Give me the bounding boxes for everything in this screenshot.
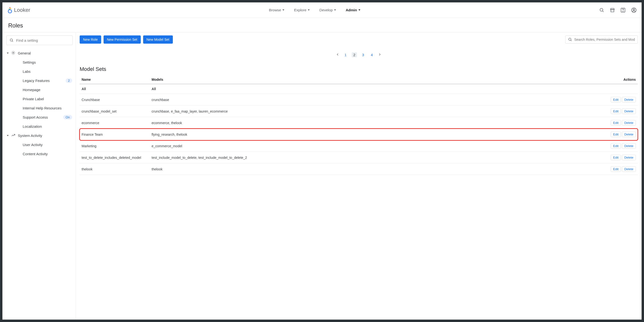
table-row: Marketinge_commerce_modelEditDelete (80, 140, 638, 152)
sidebar-search-input[interactable] (16, 38, 70, 42)
table-row: crunchbase_model_setcrunchbase, e_faa_ma… (80, 106, 638, 117)
cell-actions: EditDelete (599, 106, 638, 117)
cell-actions: EditDelete (599, 117, 638, 129)
table-row: thelookthelookEditDelete (80, 163, 638, 175)
caret-down-icon (7, 52, 9, 54)
delete-button[interactable]: Delete (622, 166, 636, 172)
sidebar-item-badge: 2 (66, 78, 72, 83)
content-scroll[interactable]: 1234 Model Sets Name Models Actions (76, 46, 642, 320)
delete-button[interactable]: Delete (622, 97, 636, 102)
sidebar-item-content-activity[interactable]: Content Activity (5, 149, 74, 158)
sidebar-item-private-label[interactable]: Private Label (5, 94, 74, 103)
sidebar-item-label: Legacy Features (23, 79, 50, 83)
sidebar-item-label: Internal Help Resources (23, 106, 62, 110)
model-sets-table: Name Models Actions AllAllCrunchbasecrun… (80, 75, 638, 175)
sidebar-item-support-access[interactable]: Support AccessOn (5, 113, 74, 122)
cell-actions: EditDelete (599, 152, 638, 163)
toolbar-search-input[interactable] (574, 38, 635, 41)
chevron-down-icon (334, 9, 336, 10)
delete-button[interactable]: Delete (622, 120, 636, 126)
sidebar-item-label: Support Access (23, 115, 48, 119)
page-number[interactable]: 2 (352, 52, 357, 57)
delete-button[interactable]: Delete (622, 143, 636, 149)
search-icon (568, 37, 572, 42)
sidebar[interactable]: GeneralSettingsLabsLegacy Features2Homep… (2, 32, 76, 320)
new-role-button[interactable]: New Role (80, 35, 101, 44)
sidebar-search[interactable] (6, 35, 73, 45)
delete-button[interactable]: Delete (622, 109, 636, 114)
sidebar-item-user-activity[interactable]: User Activity (5, 140, 74, 149)
table-row: Finance Teamflying_research, thelookEdit… (80, 129, 638, 140)
new-model-set-button[interactable]: New Model Set (143, 35, 173, 44)
svg-point-13 (569, 38, 571, 40)
sidebar-section-general[interactable]: General (5, 48, 74, 58)
toolbar: New Role New Permission Set New Model Se… (76, 32, 642, 46)
svg-point-4 (600, 8, 603, 11)
svg-point-0 (10, 7, 10, 8)
delete-button[interactable]: Delete (622, 155, 636, 160)
nav-item-develop[interactable]: Develop (319, 8, 336, 12)
sidebar-item-legacy-features[interactable]: Legacy Features2 (5, 76, 74, 85)
page-prev-icon[interactable] (336, 53, 340, 57)
page-number[interactable]: 4 (369, 52, 374, 57)
sidebar-section-system-activity[interactable]: System Activity (5, 131, 74, 140)
cell-actions: EditDelete (599, 140, 638, 152)
chevron-down-icon (358, 9, 360, 10)
edit-button[interactable]: Edit (611, 166, 621, 172)
page-next-icon[interactable] (378, 53, 382, 57)
col-header-actions: Actions (599, 75, 638, 84)
sidebar-item-label: Homepage (23, 88, 40, 92)
cell-name: crunchbase_model_set (80, 106, 150, 117)
sidebar-item-localization[interactable]: Localization (5, 122, 74, 131)
edit-button[interactable]: Edit (611, 132, 621, 137)
sidebar-item-homepage[interactable]: Homepage (5, 85, 74, 94)
cell-name: test_to_delete_includes_deleted_model (80, 152, 150, 163)
cell-models: test_include_model_to_delete, test_inclu… (150, 152, 599, 163)
sidebar-item-label: Labs (23, 69, 31, 73)
sidebar-section-label: General (18, 51, 31, 55)
nav-item-label: Explore (294, 8, 306, 12)
body: GeneralSettingsLabsLegacy Features2Homep… (2, 32, 642, 320)
nav-item-browse[interactable]: Browse (269, 8, 284, 12)
nav-item-admin[interactable]: Admin (346, 8, 360, 12)
svg-line-14 (570, 40, 572, 41)
svg-point-3 (8, 10, 12, 13)
help-icon[interactable] (620, 7, 626, 13)
sidebar-item-internal-help-resources[interactable]: Internal Help Resources (5, 103, 74, 113)
edit-button[interactable]: Edit (611, 120, 621, 126)
sidebar-item-label: User Activity (23, 143, 43, 147)
new-permission-set-button[interactable]: New Permission Set (104, 35, 141, 44)
edit-button[interactable]: Edit (611, 155, 621, 160)
svg-line-5 (602, 10, 604, 11)
edit-button[interactable]: Edit (611, 97, 621, 102)
main: New Role New Permission Set New Model Se… (76, 32, 642, 320)
page-number[interactable]: 1 (343, 52, 348, 57)
table-row: ecommerceecommerce, thelookEditDelete (80, 117, 638, 129)
trend-icon (11, 133, 16, 138)
sidebar-item-settings[interactable]: Settings (5, 58, 74, 67)
col-header-models: Models (150, 75, 599, 84)
account-icon[interactable] (631, 7, 637, 13)
cell-actions (599, 84, 638, 94)
svg-point-1 (10, 8, 11, 9)
search-icon[interactable] (599, 7, 604, 13)
delete-button[interactable]: Delete (622, 132, 636, 137)
brand-logo[interactable]: Looker (7, 7, 30, 13)
svg-point-7 (623, 11, 623, 11)
sidebar-item-labs[interactable]: Labs (5, 67, 74, 76)
topbar-actions (599, 7, 637, 13)
page-number[interactable]: 3 (360, 52, 366, 57)
cell-models: All (150, 84, 599, 94)
sidebar-item-label: Settings (23, 60, 36, 64)
model-sets-title: Model Sets (80, 66, 638, 72)
page-title: Roles (2, 18, 642, 32)
marketplace-icon[interactable] (610, 7, 615, 13)
edit-button[interactable]: Edit (611, 143, 621, 149)
nav-item-explore[interactable]: Explore (294, 8, 310, 12)
pagination: 1234 (80, 46, 638, 66)
cell-name: Marketing (80, 140, 150, 152)
toolbar-search[interactable] (565, 35, 638, 44)
top-nav: BrowseExploreDevelopAdmin (30, 8, 599, 12)
table-row: AllAll (80, 84, 638, 94)
edit-button[interactable]: Edit (611, 109, 621, 114)
